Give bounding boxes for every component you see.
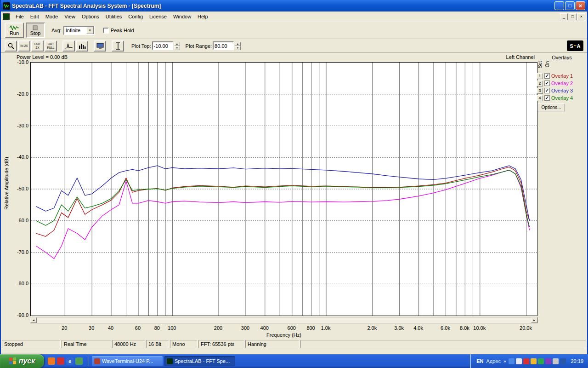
peak-hold-label: Peak Hold <box>111 28 134 33</box>
bar-display-button[interactable] <box>76 40 88 52</box>
plot-range-spin-up[interactable]: ▲ <box>235 42 241 46</box>
menu-item-window[interactable]: Window <box>170 12 194 21</box>
mdi-close-button[interactable]: × <box>577 13 585 20</box>
maximize-icon: □ <box>568 3 571 8</box>
app-icon <box>3 2 10 10</box>
avg-combobox[interactable]: Infinite ▼ <box>63 26 95 35</box>
overlay-4-set-button[interactable]: 4 <box>537 95 543 101</box>
quick-launch-ie-icon[interactable]: e <box>66 357 74 365</box>
status-hanning: Hanning <box>245 340 300 348</box>
tray-display-icon[interactable] <box>545 358 551 364</box>
run-button[interactable]: Run <box>5 23 24 38</box>
overlay-3-label: Overlay 3 <box>551 88 573 93</box>
scroll-right-button[interactable]: ► <box>531 317 537 323</box>
mdi-minimize-button[interactable]: _ <box>560 13 568 20</box>
marker-button[interactable] <box>112 40 124 52</box>
task-button-1[interactable]: SpectraLAB - FFT Spe... <box>164 356 235 366</box>
tray-antivirus-icon[interactable] <box>523 358 529 364</box>
peak-display-button[interactable] <box>62 40 75 52</box>
menu-item-help[interactable]: Help <box>194 12 211 21</box>
overlay-list: 1✓Overlay 12✓Overlay 23✓Overlay 34✓Overl… <box>537 72 587 102</box>
menu-item-options[interactable]: Options <box>79 12 102 21</box>
plot-top-spin-down[interactable]: ▼ <box>174 46 180 50</box>
plot-top-label: Plot Top: <box>131 43 151 49</box>
overlay-row: 3✓Overlay 3 <box>537 87 587 94</box>
address-toolbar-label[interactable]: Адрес <box>486 358 501 364</box>
series-overlay-2 <box>36 170 530 259</box>
y-tick-label: -20.0 <box>7 91 28 97</box>
mdi-restore-button[interactable]: □ <box>569 13 577 20</box>
bars-icon <box>79 43 86 49</box>
x-tick-label: 60 <box>128 325 148 331</box>
close-icon: × <box>579 3 582 9</box>
x-tick-label: 40 <box>101 325 121 331</box>
tray-volume-icon[interactable] <box>516 358 522 364</box>
menu-item-file[interactable]: File <box>12 12 27 21</box>
horizontal-scrollbar[interactable]: ◄ ► <box>30 317 538 323</box>
screen-setup-button[interactable] <box>94 40 106 52</box>
menu-item-edit[interactable]: Edit <box>27 12 42 21</box>
plot-top-spin-up[interactable]: ▲ <box>174 42 180 46</box>
address-chevron-icon[interactable]: » <box>503 359 506 364</box>
quick-launch-player-icon[interactable] <box>57 357 64 365</box>
spectrum-plot[interactable] <box>30 62 537 316</box>
clock: 20:19 <box>571 358 583 364</box>
overlay-2-checkbox[interactable]: ✓ <box>544 80 550 86</box>
quick-launch-firefox-icon[interactable] <box>48 357 55 365</box>
zoom-out-full-button[interactable]: OUT FULL <box>45 40 57 52</box>
overlay-3-checkbox[interactable]: ✓ <box>544 88 550 93</box>
document-icon[interactable] <box>3 13 10 20</box>
status-stopped: Stopped <box>2 340 61 348</box>
zoom-in-2x-button[interactable]: IN 2X <box>18 40 30 52</box>
task-icon-1 <box>167 358 173 364</box>
window-title: SpectraLAB - FFT Spectral Analysis Syste… <box>12 3 554 9</box>
language-indicator[interactable]: EN <box>476 358 483 364</box>
maximize-button[interactable]: □ <box>565 1 575 10</box>
tray-scheduler-icon[interactable] <box>553 358 559 364</box>
menu-item-mode[interactable]: Mode <box>42 12 62 21</box>
tray-firewall-icon[interactable] <box>560 358 566 364</box>
plot-range-input[interactable] <box>213 41 234 50</box>
x-tick-label: 2.0k <box>362 325 382 331</box>
close-button[interactable]: × <box>576 1 585 10</box>
series-overlay-1 <box>36 167 530 236</box>
start-button[interactable]: пуск <box>0 354 44 368</box>
scroll-left-button[interactable]: ◄ <box>30 317 37 323</box>
menu-item-license[interactable]: License <box>146 12 170 21</box>
overlay-1-checkbox[interactable]: ✓ <box>544 73 550 79</box>
task-button-0[interactable]: WaveTerminal-U24 P... <box>92 356 163 366</box>
tray-messenger-icon[interactable] <box>538 358 544 364</box>
stop-button[interactable]: Stop <box>26 23 45 38</box>
menu-item-config[interactable]: Config <box>125 12 146 21</box>
overlay-3-set-button[interactable]: 3 <box>537 88 543 94</box>
menu-item-view[interactable]: View <box>61 12 79 21</box>
quick-launch-desktop-icon[interactable] <box>75 357 83 365</box>
zoom-button[interactable] <box>5 40 17 52</box>
minimize-button[interactable]: _ <box>554 1 564 10</box>
y-tick-label: -30.0 <box>7 123 28 128</box>
avg-label: Avg: <box>51 28 62 33</box>
zoom-out-2x-button[interactable]: OUT 2X <box>31 40 44 52</box>
peak-hold-checkbox[interactable] <box>103 28 109 34</box>
y-axis-title: Relative Amplitude (dB) <box>4 157 9 210</box>
x-tick-label: 200 <box>208 325 228 331</box>
tray-network-icon[interactable] <box>509 358 514 364</box>
plot-top-input[interactable] <box>152 41 173 50</box>
plot-range-spin-down[interactable]: ▼ <box>235 46 241 50</box>
taskbar-separator <box>88 356 89 366</box>
menu-item-utilities[interactable]: Utilities <box>102 12 125 21</box>
x-tick-label: 300 <box>235 325 255 331</box>
tray-update-icon[interactable] <box>531 358 537 364</box>
mdi-close-icon: × <box>580 14 582 19</box>
ibeam-icon <box>115 42 121 50</box>
x-tick-label: 100 <box>162 325 182 331</box>
overlay-4-checkbox[interactable]: ✓ <box>544 95 550 101</box>
overlay-2-set-button[interactable]: 2 <box>537 80 543 86</box>
combo-dropdown-icon[interactable]: ▼ <box>86 27 94 34</box>
zoom-out-full-label: OUT FULL <box>45 42 56 49</box>
quick-launch-bar: e <box>44 357 86 365</box>
system-tray: EN Адрес » 20:19 <box>470 354 588 368</box>
overlay-1-set-button[interactable]: 1 <box>537 73 543 79</box>
windows-logo-icon <box>9 357 17 365</box>
overlay-options-button[interactable]: Options... <box>537 104 565 111</box>
